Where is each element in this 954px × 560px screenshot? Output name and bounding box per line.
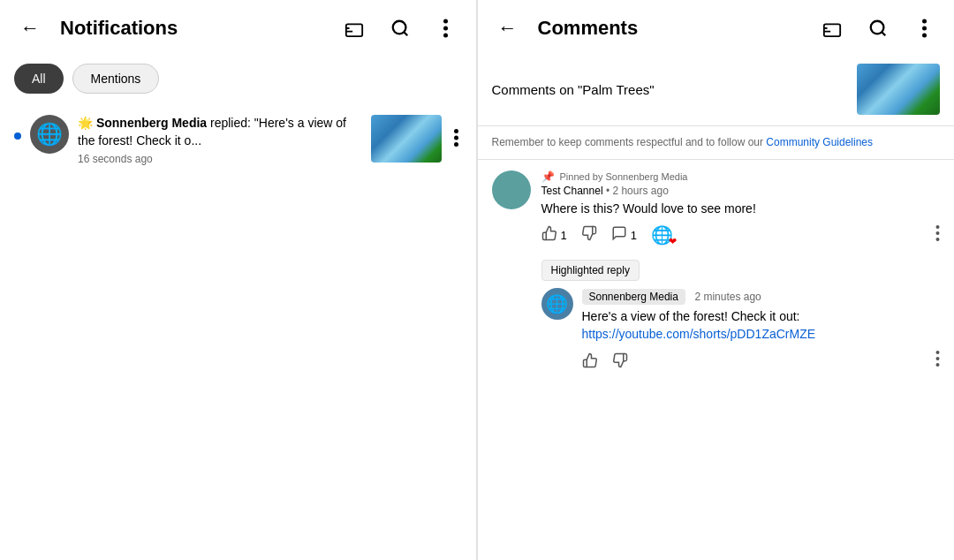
svg-point-7 bbox=[454, 142, 458, 147]
comments-section: 📌 Pinned by Sonnenberg Media Test Channe… bbox=[478, 160, 955, 560]
tab-all[interactable]: All bbox=[14, 64, 64, 94]
reply-avatar-globe-icon: 🌐 bbox=[546, 293, 568, 314]
reply-author-badge: Sonnenberg Media bbox=[582, 289, 685, 305]
cast-icon[interactable] bbox=[338, 12, 370, 44]
thumbs-down-icon bbox=[581, 225, 597, 246]
svg-point-2 bbox=[443, 19, 448, 24]
comments-more-options-icon[interactable] bbox=[908, 12, 940, 44]
reply-text: Here's a view of the forest! Check it ou… bbox=[582, 308, 941, 343]
more-options-icon[interactable] bbox=[430, 12, 462, 44]
commenter-avatar bbox=[492, 170, 531, 209]
comments-back-button[interactable]: ← bbox=[492, 12, 524, 44]
like-button[interactable]: 1 bbox=[541, 225, 567, 246]
notification-list: 🌐 🌟 Sonnenberg Media replied: "Here's a … bbox=[0, 104, 476, 560]
svg-point-3 bbox=[443, 26, 448, 31]
reply-text-before-link: Here's a view of the forest! Check it ou… bbox=[582, 309, 800, 323]
thumbs-up-icon bbox=[541, 225, 557, 246]
highlighted-reply-badge: Highlighted reply bbox=[541, 260, 640, 281]
svg-rect-0 bbox=[345, 24, 361, 36]
reply-header: Sonnenberg Media 2 minutes ago bbox=[582, 288, 941, 305]
highlighted-reply-container: Highlighted reply 🌐 Sonnenberg Media 2 m… bbox=[541, 260, 941, 370]
svg-point-10 bbox=[922, 19, 927, 24]
svg-point-13 bbox=[936, 225, 940, 229]
avatar-globe-icon: 🌐 bbox=[36, 122, 63, 147]
notification-content: 🌟 Sonnenberg Media replied: "Here's a vi… bbox=[78, 115, 362, 165]
reply-icon bbox=[611, 225, 627, 246]
community-guidelines-link[interactable]: Community Guidelines bbox=[766, 136, 873, 148]
svg-point-6 bbox=[454, 136, 458, 140]
notifications-title: Notifications bbox=[60, 17, 324, 40]
video-thumbnail bbox=[857, 64, 940, 115]
heart-icon: ❤ bbox=[669, 236, 677, 247]
guidelines-text: Remember to keep comments respectful and… bbox=[492, 136, 767, 148]
svg-point-14 bbox=[936, 231, 940, 235]
reply-body: Sonnenberg Media 2 minutes ago Here's a … bbox=[582, 288, 941, 370]
comments-video-header: Comments on "Palm Trees" bbox=[478, 57, 955, 126]
comments-header-icons bbox=[816, 12, 940, 44]
svg-point-16 bbox=[936, 351, 940, 354]
notifications-header-icons bbox=[338, 12, 462, 44]
reply-dislike-button[interactable] bbox=[612, 352, 628, 368]
reply-button[interactable]: 1 bbox=[611, 225, 637, 246]
svg-point-4 bbox=[443, 34, 448, 38]
svg-point-18 bbox=[936, 363, 940, 367]
comment-time: 2 hours ago bbox=[612, 185, 668, 197]
notification-item[interactable]: 🌐 🌟 Sonnenberg Media replied: "Here's a … bbox=[0, 104, 476, 176]
guidelines-bar: Remember to keep comments respectful and… bbox=[478, 126, 955, 160]
notification-text: 🌟 Sonnenberg Media replied: "Here's a vi… bbox=[78, 115, 362, 149]
reply-more-button[interactable] bbox=[935, 351, 940, 371]
pinned-by-text: Pinned by Sonnenberg Media bbox=[560, 171, 688, 182]
filter-tabs: All Mentions bbox=[0, 57, 476, 104]
reply-avatar: 🌐 bbox=[541, 288, 573, 320]
comment-channel: Test Channel bbox=[541, 185, 603, 197]
reply-actions bbox=[582, 351, 941, 371]
tab-mentions[interactable]: Mentions bbox=[72, 64, 160, 94]
comments-panel: ← Comments bbox=[478, 0, 955, 560]
reply-like-button[interactable] bbox=[582, 352, 598, 368]
comments-cast-icon[interactable] bbox=[816, 12, 848, 44]
svg-point-11 bbox=[922, 26, 927, 31]
search-icon[interactable] bbox=[384, 12, 416, 44]
notification-time: 16 seconds ago bbox=[78, 153, 362, 165]
video-thumb-image bbox=[857, 64, 940, 115]
notification-more-button[interactable] bbox=[450, 125, 462, 155]
avatar: 🌐 bbox=[30, 115, 69, 154]
comments-search-icon[interactable] bbox=[862, 12, 894, 44]
comment-body: 📌 Pinned by Sonnenberg Media Test Channe… bbox=[541, 170, 941, 246]
reply-time: 2 minutes ago bbox=[694, 291, 761, 303]
dislike-button[interactable] bbox=[581, 225, 597, 246]
comment-more-button[interactable] bbox=[935, 225, 940, 246]
comment-item: 📌 Pinned by Sonnenberg Media Test Channe… bbox=[492, 170, 941, 246]
reply-count: 1 bbox=[631, 229, 637, 242]
notification-author: Sonnenberg Media bbox=[96, 116, 207, 130]
notifications-back-button[interactable]: ← bbox=[14, 12, 46, 44]
emoji-reaction: 🌐 ❤ bbox=[651, 224, 673, 246]
comments-header: ← Comments bbox=[478, 0, 955, 57]
unread-dot bbox=[14, 132, 21, 140]
like-count: 1 bbox=[561, 229, 567, 242]
comments-video-title: Comments on "Palm Trees" bbox=[492, 82, 847, 97]
notification-thumbnail bbox=[371, 115, 442, 163]
svg-rect-8 bbox=[824, 24, 840, 36]
notification-emoji: 🌟 bbox=[78, 116, 93, 130]
comment-meta: Test Channel • 2 hours ago bbox=[541, 185, 941, 197]
svg-point-5 bbox=[454, 129, 458, 133]
notifications-header: ← Notifications bbox=[0, 0, 476, 57]
svg-point-12 bbox=[922, 34, 927, 38]
pin-icon: 📌 bbox=[541, 170, 555, 183]
comment-text: Where is this? Would love to see more! bbox=[541, 201, 941, 218]
comments-title: Comments bbox=[538, 17, 803, 40]
reply-link[interactable]: https://youtube.com/shorts/pDD1ZaCrMZE bbox=[582, 327, 816, 341]
notifications-panel: ← Notifications bbox=[0, 0, 477, 560]
comment-actions: 1 bbox=[541, 224, 941, 246]
svg-point-15 bbox=[936, 238, 940, 241]
svg-point-9 bbox=[871, 21, 884, 34]
reply-item: 🌐 Sonnenberg Media 2 minutes ago Here's … bbox=[541, 288, 941, 370]
pinned-label: 📌 Pinned by Sonnenberg Media bbox=[541, 170, 941, 183]
thumbnail-image bbox=[371, 115, 442, 163]
svg-point-17 bbox=[936, 357, 940, 360]
svg-point-1 bbox=[392, 21, 405, 34]
